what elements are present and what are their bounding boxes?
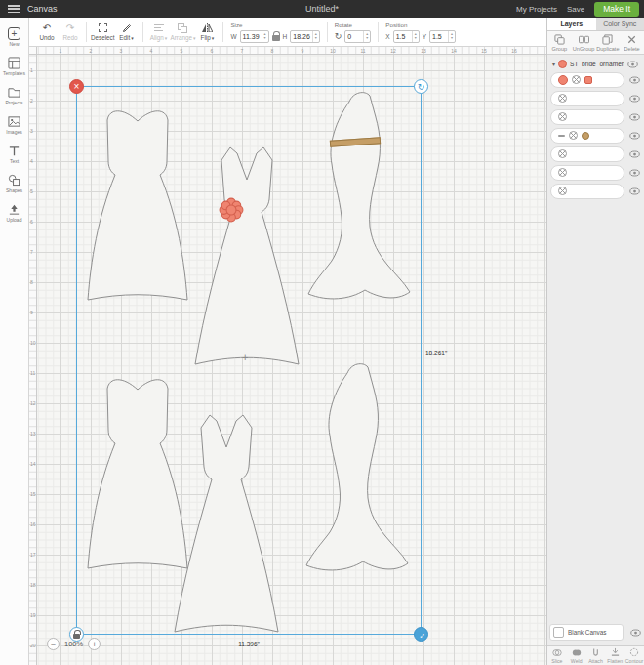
layer-row[interactable] — [550, 146, 641, 162]
arrange-dropdown[interactable]: Arrange▾ — [171, 22, 196, 41]
blank-canvas-card[interactable]: Blank Canvas — [549, 624, 624, 641]
edit-dropdown[interactable]: Edit▾ — [115, 22, 139, 41]
visibility-eye-icon[interactable] — [629, 113, 641, 121]
h-ruler-number: 8 — [271, 48, 274, 54]
visibility-eye-icon[interactable] — [629, 132, 641, 140]
sidebar-item-text[interactable]: Text — [0, 140, 29, 169]
redo-button[interactable]: ↷ Redo — [59, 22, 82, 41]
layer-thumbnail[interactable] — [550, 165, 624, 181]
canvas-color-swatch[interactable] — [553, 627, 564, 638]
attach-button[interactable]: Attach — [586, 646, 606, 665]
layer-row[interactable] — [550, 128, 641, 144]
ungroup-icon — [579, 34, 589, 45]
visibility-eye-icon[interactable] — [629, 187, 641, 195]
zoom-in-button[interactable]: + — [88, 638, 101, 650]
text-icon — [8, 145, 20, 157]
layer-row[interactable] — [550, 72, 641, 88]
layer-thumbnail[interactable] — [550, 184, 624, 199]
slice-button[interactable]: Slice — [547, 646, 567, 665]
position-x-input[interactable]: 1.5 ▴▾ — [393, 30, 420, 43]
blank-canvas-row[interactable]: Blank Canvas — [549, 624, 642, 641]
v-ruler-number: 4 — [30, 158, 33, 164]
flatten-icon — [611, 647, 620, 657]
layer-row[interactable] — [550, 184, 641, 199]
layer-thumbnail[interactable] — [550, 109, 624, 125]
contour-button[interactable]: Contour — [624, 646, 644, 665]
sidebar-item-projects[interactable]: Projects — [0, 81, 29, 110]
plus-icon: + — [8, 27, 20, 40]
top-bar: Canvas Untitled* My Projects Save Make I… — [0, 0, 644, 18]
lock-aspect-icon[interactable] — [272, 35, 280, 41]
duplicate-button[interactable]: Duplicate — [596, 31, 621, 54]
rotate-stepper[interactable]: ▴▾ — [363, 31, 370, 42]
resize-handle[interactable]: ↔ — [414, 627, 428, 642]
toolbar-divider — [327, 22, 328, 42]
width-stepper[interactable]: ▴▾ — [262, 31, 268, 42]
layer-group-title: ST_bride_ornaments-01 — [570, 61, 624, 67]
rotate-handle[interactable]: ↻ — [414, 79, 428, 94]
flower-thumbnail-icon — [558, 60, 567, 68]
h-ruler-number: 12 — [390, 48, 396, 54]
v-ruler-number: 9 — [30, 310, 33, 315]
redo-icon: ↷ — [66, 22, 74, 33]
tab-layers[interactable]: Layers — [547, 18, 596, 30]
layer-thumbnail[interactable] — [550, 128, 624, 144]
v-ruler-number: 8 — [30, 279, 33, 285]
sidebar-item-new[interactable]: + New — [0, 22, 29, 52]
width-input[interactable]: 11.39 ▴▾ — [240, 30, 269, 43]
h-ruler-number: 13 — [421, 48, 426, 54]
make-it-button[interactable]: Make It — [594, 2, 639, 17]
tab-color-sync[interactable]: Color Sync — [596, 18, 644, 30]
layer-row[interactable] — [550, 165, 641, 181]
zoom-out-button[interactable]: − — [47, 638, 60, 650]
menu-icon[interactable] — [8, 5, 20, 13]
rotate-input[interactable]: 0 ▴▾ — [344, 30, 371, 43]
height-input[interactable]: 18.26 ▴▾ — [290, 30, 320, 43]
visibility-eye-icon[interactable] — [629, 95, 641, 103]
position-x-stepper[interactable]: ▴▾ — [412, 31, 419, 42]
canvas-grid[interactable]: + × ↻ ↔ 18.261" 11.396" − 100% + — [37, 55, 546, 665]
layer-thumbnail[interactable] — [550, 72, 624, 88]
v-ruler-number: 14 — [30, 461, 36, 467]
visibility-eye-icon[interactable] — [629, 150, 641, 158]
my-projects-link[interactable]: My Projects — [516, 5, 557, 14]
layer-row[interactable] — [550, 109, 641, 125]
templates-icon — [8, 57, 20, 69]
visibility-eye-icon[interactable] — [629, 169, 641, 177]
sidebar-item-images[interactable]: Images — [0, 110, 29, 140]
projects-icon — [8, 86, 20, 99]
resize-icon: ↔ — [418, 631, 423, 637]
flip-dropdown[interactable]: Flip▾ — [195, 22, 219, 41]
align-icon — [154, 22, 164, 33]
layer-thumbnail[interactable] — [550, 91, 624, 106]
layer-group-header[interactable]: ▾ ST_bride_ornaments-01 — [549, 58, 642, 70]
ungroup-button[interactable]: UnGroup — [572, 31, 596, 54]
visibility-eye-icon[interactable] — [629, 76, 641, 84]
position-y-stepper[interactable]: ▴▾ — [448, 31, 455, 42]
v-ruler-number: 13 — [30, 431, 36, 436]
selection-width-label: 11.396" — [76, 641, 422, 647]
position-y-input[interactable]: 1.5 ▴▾ — [429, 30, 456, 43]
delete-handle[interactable]: × — [69, 79, 84, 94]
sidebar-item-templates[interactable]: Templates — [0, 52, 29, 81]
group-caret-icon[interactable]: ▾ — [552, 61, 555, 67]
flatten-button[interactable]: Flatten — [605, 646, 624, 665]
group-button[interactable]: Group — [547, 31, 572, 54]
canvas-area: 12345678910111213141516 1234567891011121… — [29, 47, 546, 665]
selection-bounding-box[interactable]: × ↻ ↔ — [76, 86, 422, 635]
visibility-eye-icon[interactable] — [627, 61, 639, 68]
layer-row[interactable] — [550, 91, 641, 106]
visibility-eye-icon[interactable] — [630, 629, 642, 637]
deselect-button[interactable]: Deselect — [91, 22, 115, 41]
sidebar-item-shapes[interactable]: Shapes — [0, 169, 29, 198]
weld-button[interactable]: Weld — [567, 646, 586, 665]
save-button[interactable]: Save — [567, 5, 584, 14]
delete-button[interactable]: Delete — [620, 31, 644, 54]
align-dropdown[interactable]: Align▾ — [147, 22, 171, 41]
layer-thumbnail[interactable] — [550, 146, 624, 162]
sidebar-item-upload[interactable]: Upload — [0, 198, 29, 228]
height-stepper[interactable]: ▴▾ — [312, 31, 319, 42]
flip-icon — [202, 22, 213, 33]
undo-button[interactable]: ↶ Undo — [35, 22, 59, 41]
cut-icon — [572, 75, 581, 84]
